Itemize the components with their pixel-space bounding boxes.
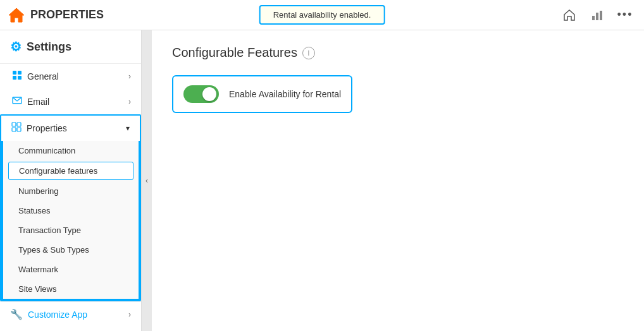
collapse-icon: ‹	[146, 176, 148, 185]
svg-rect-4	[13, 71, 16, 75]
customize-chevron-icon: ›	[128, 310, 131, 319]
sidebar-collapse-handle[interactable]: ‹	[142, 30, 152, 331]
submenu-item-site-views[interactable]: Site Views	[3, 279, 139, 299]
settings-header: ⚙ Settings	[0, 30, 141, 64]
wrench-icon: 🔧	[10, 308, 23, 320]
submenu-item-watermark[interactable]: Watermark	[3, 260, 139, 279]
sidebar-item-general[interactable]: General ›	[0, 64, 141, 89]
submenu-item-statuses[interactable]: Statuses	[3, 201, 139, 220]
sidebar-item-customize-app[interactable]: 🔧 Customize App ›	[0, 301, 141, 327]
sidebar: ⚙ Settings General › Email › Pro	[0, 30, 142, 331]
submenu-item-communication[interactable]: Communication	[3, 141, 139, 160]
settings-gear-icon: ⚙	[10, 39, 22, 54]
email-label: Email	[27, 97, 123, 107]
enable-availability-toggle-row: Enable Availability for Rental	[172, 75, 352, 113]
home-button[interactable]	[558, 4, 581, 27]
sidebar-item-properties[interactable]: Properties ▾	[1, 116, 140, 141]
properties-label: Properties	[27, 123, 121, 133]
main-layout: ⚙ Settings General › Email › Pro	[0, 30, 644, 331]
svg-rect-12	[17, 128, 21, 131]
notification-banner: Rental availability enabled.	[259, 5, 385, 25]
chart-button[interactable]	[586, 4, 609, 27]
app-header: PROPERTIES Rental availability enabled. …	[0, 0, 644, 30]
info-icon[interactable]: i	[302, 47, 315, 59]
app-title: PROPERTIES	[30, 8, 104, 21]
customize-label: Customize App	[28, 310, 123, 320]
submenu-item-numbering[interactable]: Numbering	[3, 181, 139, 201]
svg-rect-1	[592, 16, 595, 20]
svg-rect-2	[596, 13, 598, 20]
chart-icon	[590, 8, 604, 22]
content-area: Configurable Features i Enable Availabil…	[152, 30, 644, 331]
svg-rect-11	[12, 128, 16, 131]
svg-rect-6	[13, 76, 16, 80]
notification-text: Rental availability enabled.	[273, 10, 371, 20]
svg-rect-10	[17, 123, 21, 126]
svg-rect-5	[18, 71, 22, 75]
toggle-label: Enable Availability for Rental	[229, 89, 341, 99]
submenu-item-transaction-type[interactable]: Transaction Type	[3, 220, 139, 240]
properties-submenu: Communication Configurable features Numb…	[1, 141, 140, 300]
more-options-button[interactable]: •••	[614, 4, 636, 27]
general-chevron-icon: ›	[128, 72, 131, 81]
svg-rect-7	[18, 76, 22, 80]
toggle-switch[interactable]	[183, 85, 219, 103]
settings-label: Settings	[27, 40, 71, 54]
properties-section: Properties ▾ Communication Configurable …	[0, 114, 141, 301]
page-title: Configurable Features	[172, 45, 297, 60]
svg-marker-0	[9, 8, 24, 22]
sidebar-item-email[interactable]: Email ›	[0, 89, 141, 114]
ellipsis-icon: •••	[617, 8, 633, 21]
app-logo: PROPERTIES	[8, 6, 104, 24]
properties-chevron-icon: ▾	[126, 124, 130, 133]
email-chevron-icon: ›	[128, 97, 131, 106]
submenu-item-configurable-features[interactable]: Configurable features	[8, 162, 133, 180]
toggle-thumb	[202, 87, 216, 101]
email-icon	[12, 95, 22, 108]
home-icon	[562, 8, 576, 22]
header-actions: •••	[558, 4, 636, 27]
page-title-row: Configurable Features i	[172, 45, 624, 60]
general-label: General	[27, 71, 123, 81]
properties-icon	[11, 122, 22, 135]
svg-rect-3	[600, 11, 602, 20]
toggle-track	[183, 85, 219, 103]
general-icon	[12, 70, 22, 83]
svg-rect-9	[12, 123, 16, 126]
house-icon	[8, 6, 25, 24]
submenu-item-types-sub-types[interactable]: Types & Sub Types	[3, 240, 139, 260]
